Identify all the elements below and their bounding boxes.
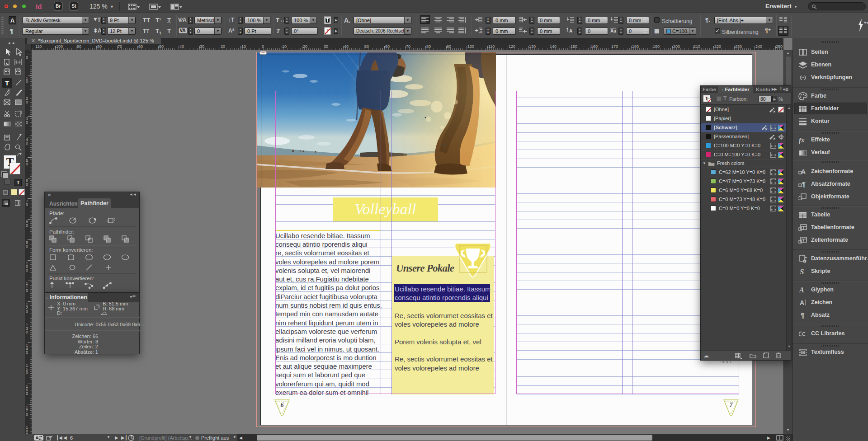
svg-text:Aa: Aa <box>610 28 616 33</box>
svg-text:S: S <box>800 267 804 276</box>
svg-text:7: 7 <box>730 402 733 408</box>
svg-text:A: A <box>569 28 572 33</box>
svg-text:¶: ¶ <box>801 311 804 319</box>
svg-text:A: A <box>800 299 804 306</box>
svg-text:1: 1 <box>641 28 642 31</box>
svg-text:fx: fx <box>799 136 805 144</box>
svg-text:A: A <box>799 286 804 294</box>
svg-text:6: 6 <box>281 402 284 408</box>
svg-text:2: 2 <box>641 31 642 33</box>
svg-text:¶: ¶ <box>802 181 806 188</box>
